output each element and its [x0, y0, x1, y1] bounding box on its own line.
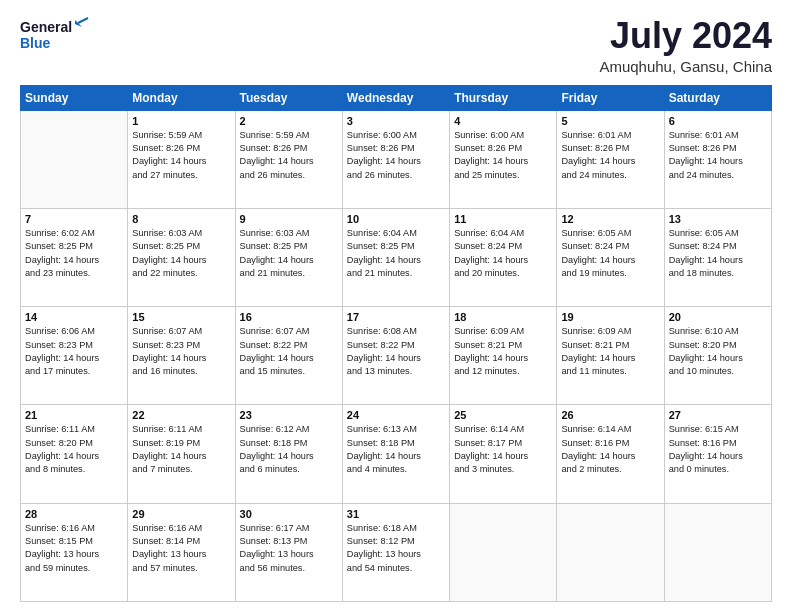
svg-text:General: General	[20, 19, 72, 35]
day-number: 20	[669, 311, 767, 323]
day-number: 4	[454, 115, 552, 127]
day-info: Sunrise: 6:09 AMSunset: 8:21 PMDaylight:…	[454, 325, 552, 378]
day-info: Sunrise: 6:06 AMSunset: 8:23 PMDaylight:…	[25, 325, 123, 378]
calendar-cell: 25Sunrise: 6:14 AMSunset: 8:17 PMDayligh…	[450, 405, 557, 503]
calendar-cell: 15Sunrise: 6:07 AMSunset: 8:23 PMDayligh…	[128, 307, 235, 405]
calendar-week-4: 21Sunrise: 6:11 AMSunset: 8:20 PMDayligh…	[21, 405, 772, 503]
calendar-cell: 27Sunrise: 6:15 AMSunset: 8:16 PMDayligh…	[664, 405, 771, 503]
day-number: 16	[240, 311, 338, 323]
day-number: 31	[347, 508, 445, 520]
calendar-cell: 6Sunrise: 6:01 AMSunset: 8:26 PMDaylight…	[664, 110, 771, 208]
logo: General Blue	[20, 16, 90, 52]
day-number: 7	[25, 213, 123, 225]
day-number: 21	[25, 409, 123, 421]
calendar-cell: 16Sunrise: 6:07 AMSunset: 8:22 PMDayligh…	[235, 307, 342, 405]
calendar-header-wednesday: Wednesday	[342, 85, 449, 110]
calendar-cell: 3Sunrise: 6:00 AMSunset: 8:26 PMDaylight…	[342, 110, 449, 208]
calendar-header-monday: Monday	[128, 85, 235, 110]
day-info: Sunrise: 6:14 AMSunset: 8:16 PMDaylight:…	[561, 423, 659, 476]
calendar-header-tuesday: Tuesday	[235, 85, 342, 110]
day-number: 30	[240, 508, 338, 520]
day-number: 29	[132, 508, 230, 520]
day-info: Sunrise: 6:09 AMSunset: 8:21 PMDaylight:…	[561, 325, 659, 378]
calendar-cell	[664, 503, 771, 601]
day-number: 9	[240, 213, 338, 225]
calendar-header-sunday: Sunday	[21, 85, 128, 110]
day-info: Sunrise: 6:05 AMSunset: 8:24 PMDaylight:…	[561, 227, 659, 280]
day-number: 5	[561, 115, 659, 127]
calendar-cell: 14Sunrise: 6:06 AMSunset: 8:23 PMDayligh…	[21, 307, 128, 405]
calendar-week-5: 28Sunrise: 6:16 AMSunset: 8:15 PMDayligh…	[21, 503, 772, 601]
day-info: Sunrise: 6:15 AMSunset: 8:16 PMDaylight:…	[669, 423, 767, 476]
calendar-cell: 22Sunrise: 6:11 AMSunset: 8:19 PMDayligh…	[128, 405, 235, 503]
day-info: Sunrise: 5:59 AMSunset: 8:26 PMDaylight:…	[240, 129, 338, 182]
calendar-cell	[557, 503, 664, 601]
day-info: Sunrise: 6:07 AMSunset: 8:23 PMDaylight:…	[132, 325, 230, 378]
day-info: Sunrise: 6:04 AMSunset: 8:24 PMDaylight:…	[454, 227, 552, 280]
logo-svg: General Blue	[20, 16, 90, 52]
day-info: Sunrise: 6:02 AMSunset: 8:25 PMDaylight:…	[25, 227, 123, 280]
calendar-cell: 17Sunrise: 6:08 AMSunset: 8:22 PMDayligh…	[342, 307, 449, 405]
calendar-cell: 12Sunrise: 6:05 AMSunset: 8:24 PMDayligh…	[557, 208, 664, 306]
calendar-cell: 19Sunrise: 6:09 AMSunset: 8:21 PMDayligh…	[557, 307, 664, 405]
day-info: Sunrise: 6:01 AMSunset: 8:26 PMDaylight:…	[561, 129, 659, 182]
calendar-cell: 13Sunrise: 6:05 AMSunset: 8:24 PMDayligh…	[664, 208, 771, 306]
day-info: Sunrise: 6:01 AMSunset: 8:26 PMDaylight:…	[669, 129, 767, 182]
calendar-week-1: 1Sunrise: 5:59 AMSunset: 8:26 PMDaylight…	[21, 110, 772, 208]
calendar-cell: 24Sunrise: 6:13 AMSunset: 8:18 PMDayligh…	[342, 405, 449, 503]
calendar-cell: 11Sunrise: 6:04 AMSunset: 8:24 PMDayligh…	[450, 208, 557, 306]
day-number: 22	[132, 409, 230, 421]
day-number: 17	[347, 311, 445, 323]
header: General Blue July 2024 Amuqhuhu, Gansu, …	[20, 16, 772, 75]
day-number: 12	[561, 213, 659, 225]
calendar-cell: 30Sunrise: 6:17 AMSunset: 8:13 PMDayligh…	[235, 503, 342, 601]
day-info: Sunrise: 6:03 AMSunset: 8:25 PMDaylight:…	[132, 227, 230, 280]
day-number: 28	[25, 508, 123, 520]
svg-line-3	[78, 18, 88, 23]
day-number: 6	[669, 115, 767, 127]
day-number: 24	[347, 409, 445, 421]
calendar-cell: 31Sunrise: 6:18 AMSunset: 8:12 PMDayligh…	[342, 503, 449, 601]
day-info: Sunrise: 6:07 AMSunset: 8:22 PMDaylight:…	[240, 325, 338, 378]
day-info: Sunrise: 6:14 AMSunset: 8:17 PMDaylight:…	[454, 423, 552, 476]
day-info: Sunrise: 6:17 AMSunset: 8:13 PMDaylight:…	[240, 522, 338, 575]
day-info: Sunrise: 6:00 AMSunset: 8:26 PMDaylight:…	[347, 129, 445, 182]
day-number: 23	[240, 409, 338, 421]
day-info: Sunrise: 6:05 AMSunset: 8:24 PMDaylight:…	[669, 227, 767, 280]
day-number: 10	[347, 213, 445, 225]
calendar-cell: 26Sunrise: 6:14 AMSunset: 8:16 PMDayligh…	[557, 405, 664, 503]
calendar-week-2: 7Sunrise: 6:02 AMSunset: 8:25 PMDaylight…	[21, 208, 772, 306]
page: General Blue July 2024 Amuqhuhu, Gansu, …	[0, 0, 792, 612]
calendar-cell: 7Sunrise: 6:02 AMSunset: 8:25 PMDaylight…	[21, 208, 128, 306]
day-number: 1	[132, 115, 230, 127]
calendar-cell: 8Sunrise: 6:03 AMSunset: 8:25 PMDaylight…	[128, 208, 235, 306]
day-info: Sunrise: 6:11 AMSunset: 8:19 PMDaylight:…	[132, 423, 230, 476]
day-info: Sunrise: 6:00 AMSunset: 8:26 PMDaylight:…	[454, 129, 552, 182]
day-number: 13	[669, 213, 767, 225]
page-subtitle: Amuqhuhu, Gansu, China	[599, 58, 772, 75]
day-number: 26	[561, 409, 659, 421]
calendar-cell: 18Sunrise: 6:09 AMSunset: 8:21 PMDayligh…	[450, 307, 557, 405]
calendar-week-3: 14Sunrise: 6:06 AMSunset: 8:23 PMDayligh…	[21, 307, 772, 405]
day-number: 11	[454, 213, 552, 225]
calendar-header-row: SundayMondayTuesdayWednesdayThursdayFrid…	[21, 85, 772, 110]
calendar-cell: 20Sunrise: 6:10 AMSunset: 8:20 PMDayligh…	[664, 307, 771, 405]
day-info: Sunrise: 6:10 AMSunset: 8:20 PMDaylight:…	[669, 325, 767, 378]
page-title: July 2024	[599, 16, 772, 56]
calendar-cell	[450, 503, 557, 601]
day-number: 2	[240, 115, 338, 127]
calendar-cell: 29Sunrise: 6:16 AMSunset: 8:14 PMDayligh…	[128, 503, 235, 601]
day-info: Sunrise: 6:12 AMSunset: 8:18 PMDaylight:…	[240, 423, 338, 476]
calendar-cell: 9Sunrise: 6:03 AMSunset: 8:25 PMDaylight…	[235, 208, 342, 306]
day-info: Sunrise: 6:13 AMSunset: 8:18 PMDaylight:…	[347, 423, 445, 476]
day-info: Sunrise: 6:04 AMSunset: 8:25 PMDaylight:…	[347, 227, 445, 280]
day-info: Sunrise: 6:16 AMSunset: 8:14 PMDaylight:…	[132, 522, 230, 575]
calendar-cell: 21Sunrise: 6:11 AMSunset: 8:20 PMDayligh…	[21, 405, 128, 503]
day-number: 19	[561, 311, 659, 323]
day-info: Sunrise: 6:18 AMSunset: 8:12 PMDaylight:…	[347, 522, 445, 575]
day-info: Sunrise: 6:11 AMSunset: 8:20 PMDaylight:…	[25, 423, 123, 476]
day-number: 14	[25, 311, 123, 323]
calendar-cell: 2Sunrise: 5:59 AMSunset: 8:26 PMDaylight…	[235, 110, 342, 208]
svg-text:Blue: Blue	[20, 35, 51, 51]
calendar-cell: 28Sunrise: 6:16 AMSunset: 8:15 PMDayligh…	[21, 503, 128, 601]
